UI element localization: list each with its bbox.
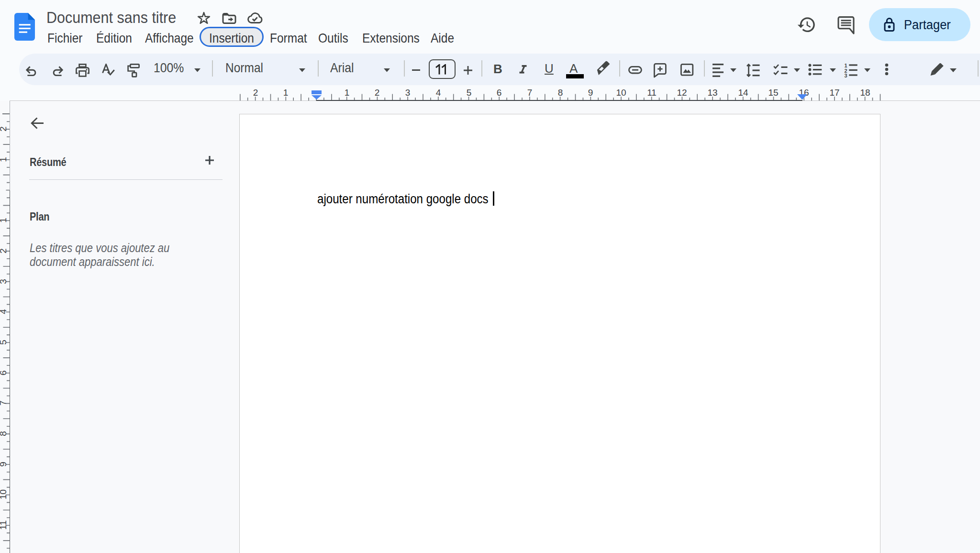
svg-text:3: 3	[844, 73, 847, 77]
